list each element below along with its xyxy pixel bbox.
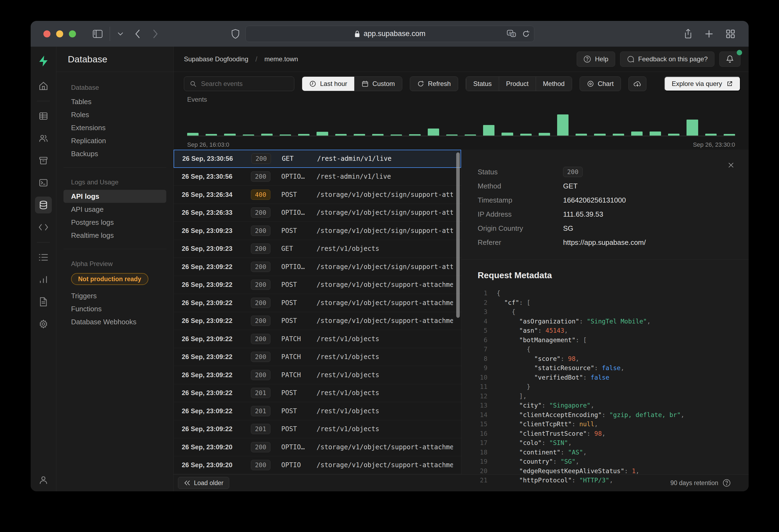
chart-bar[interactable] — [280, 134, 291, 136]
chart-bar[interactable] — [428, 129, 439, 136]
chart-bar[interactable] — [631, 132, 643, 136]
api-icon[interactable] — [35, 219, 52, 236]
sidebar-nav-item[interactable]: Postgres logs — [63, 216, 166, 229]
storage-icon[interactable] — [35, 152, 52, 169]
supabase-logo[interactable] — [35, 53, 52, 69]
chart-bar[interactable] — [557, 115, 568, 136]
chart-bar[interactable] — [576, 134, 587, 136]
auth-icon[interactable] — [35, 130, 52, 147]
refresh-button[interactable]: Refresh — [410, 76, 458, 91]
last-hour-button[interactable]: Last hour — [302, 77, 354, 91]
chart-bar[interactable] — [686, 120, 698, 136]
request-metadata-code[interactable]: 1 { 2 "cf": [ 3 { 4 — [478, 288, 732, 485]
chart-bar[interactable] — [724, 134, 735, 136]
chart-bar[interactable] — [372, 134, 383, 136]
sidebar-nav-item[interactable]: Realtime logs — [63, 229, 166, 242]
back-button[interactable] — [134, 29, 140, 39]
log-row[interactable]: 26 Sep, 23:09:22 200 POST /storage/v1/ob… — [174, 312, 461, 330]
log-row[interactable]: 26 Sep, 23:09:23 200 POST /storage/v1/ob… — [174, 222, 461, 240]
chart-bar[interactable] — [650, 132, 661, 136]
sidebar-nav-item[interactable]: Replication — [63, 134, 166, 147]
log-row[interactable]: 26 Sep, 23:09:22 201 POST /rest/v1/objec… — [174, 384, 461, 402]
logs-icon[interactable] — [35, 249, 52, 266]
log-row[interactable]: 26 Sep, 23:26:34 400 POST /storage/v1/ob… — [174, 186, 461, 204]
sidebar-nav-item[interactable]: API logs — [63, 190, 166, 203]
log-row[interactable]: 26 Sep, 23:09:22 200 PATCH /rest/v1/obje… — [174, 366, 461, 384]
chart-bar[interactable] — [520, 134, 532, 136]
sidebar-toggle-icon[interactable] — [93, 30, 103, 38]
chart-bar[interactable] — [391, 134, 402, 136]
chart-bar[interactable] — [668, 134, 679, 136]
chart-bar[interactable] — [539, 133, 550, 136]
feedback-button[interactable]: Feedback on this page? — [620, 52, 714, 67]
sidebar-nav-item[interactable]: Roles — [63, 108, 166, 121]
log-row[interactable]: 26 Sep, 23:09:22 200 PATCH /rest/v1/obje… — [174, 348, 461, 366]
search-input[interactable] — [201, 80, 289, 87]
url-bar[interactable]: app.supabase.com A文 — [245, 26, 534, 42]
log-row[interactable]: 26 Sep, 23:30:56 200 OPTIO… /rest-admin/… — [174, 168, 461, 186]
breadcrumb-project[interactable]: meme.town — [264, 55, 298, 63]
chart-bar[interactable] — [354, 134, 365, 136]
chart-bar[interactable] — [224, 134, 235, 136]
translate-icon[interactable]: A文 — [507, 30, 516, 38]
new-tab-icon[interactable] — [705, 29, 713, 39]
explore-via-query-button[interactable]: Explore via query — [664, 76, 740, 91]
log-row[interactable]: 26 Sep, 23:09:20 200 OPTIO… /storage/v1/… — [174, 438, 461, 456]
reload-icon[interactable] — [522, 30, 530, 38]
chart-bar[interactable] — [594, 134, 605, 136]
log-row[interactable]: 26 Sep, 23:09:20 200 OPTIO /storage/v1/o… — [174, 456, 461, 474]
log-row[interactable]: 26 Sep, 23:09:22 200 PATCH /rest/v1/obje… — [174, 330, 461, 348]
docs-icon[interactable] — [35, 293, 52, 310]
download-logs-button[interactable] — [628, 76, 646, 91]
sidebar-nav-item[interactable]: Backups — [63, 147, 166, 160]
close-icon[interactable] — [727, 161, 734, 169]
scrollbar-thumb[interactable] — [456, 152, 460, 318]
zoom-window-button[interactable] — [69, 30, 76, 38]
help-button[interactable]: Help — [577, 52, 615, 67]
log-row[interactable]: 26 Sep, 23:09:22 201 POST /rest/v1/objec… — [174, 402, 461, 420]
chart-bar[interactable] — [243, 134, 254, 136]
chart-bar[interactable] — [298, 134, 309, 136]
forward-button[interactable] — [153, 29, 159, 39]
chart-bar[interactable] — [316, 132, 328, 136]
chart-bar[interactable] — [465, 134, 476, 136]
custom-range-button[interactable]: Custom — [354, 77, 402, 91]
chart-bar[interactable] — [705, 134, 717, 136]
share-icon[interactable] — [684, 29, 692, 39]
log-row[interactable]: 26 Sep, 23:09:22 201 POST /rest/v1/objec… — [174, 420, 461, 439]
privacy-shield-icon[interactable] — [231, 29, 240, 39]
filter-button[interactable]: Status — [466, 77, 499, 91]
sidebar-nav-item[interactable]: Database Webhooks — [63, 315, 166, 328]
breadcrumb-org[interactable]: Supabase Dogfooding — [184, 55, 248, 63]
reports-icon[interactable] — [35, 271, 52, 288]
table-editor-icon[interactable] — [35, 108, 52, 125]
sidebar-nav-item[interactable]: Extensions — [63, 121, 166, 134]
close-window-button[interactable] — [43, 30, 51, 38]
log-row[interactable]: 26 Sep, 23:09:22 200 POST /storage/v1/ob… — [174, 276, 461, 294]
load-older-button[interactable]: Load older — [178, 477, 229, 489]
chart-bar[interactable] — [613, 134, 624, 136]
chart-bar[interactable] — [409, 134, 420, 136]
log-row[interactable]: 26 Sep, 23:26:33 200 OPTIO… /storage/v1/… — [174, 204, 461, 222]
filter-button[interactable]: Product — [499, 77, 536, 91]
chart-bar[interactable] — [446, 134, 458, 136]
chart-bar[interactable] — [501, 133, 513, 136]
filter-button[interactable]: Method — [536, 77, 572, 91]
sidebar-nav-item[interactable]: Functions — [63, 302, 166, 315]
notifications-button[interactable] — [719, 52, 740, 67]
log-row[interactable]: 26 Sep, 23:09:22 200 OPTIO… /storage/v1/… — [174, 258, 461, 276]
sidebar-nav-item[interactable]: API usage — [63, 203, 166, 216]
log-row[interactable]: 26 Sep, 23:09:22 200 POST /storage/v1/ob… — [174, 294, 461, 312]
sidebar-nav-item[interactable]: Triggers — [63, 289, 166, 302]
chart-bar[interactable] — [261, 134, 273, 136]
sql-editor-icon[interactable] — [35, 174, 52, 191]
search-events-box[interactable] — [184, 76, 294, 91]
chart-bar[interactable] — [335, 134, 347, 136]
chart-bar[interactable] — [205, 134, 217, 136]
log-row[interactable]: 26 Sep, 23:09:23 200 GET /rest/v1/object… — [174, 240, 461, 258]
log-row[interactable]: 26 Sep, 23:30:56 200 GET /rest-admin/v1/… — [174, 150, 461, 168]
settings-icon[interactable] — [35, 316, 52, 332]
minimize-window-button[interactable] — [56, 30, 63, 38]
database-icon[interactable] — [35, 197, 52, 213]
tab-overview-icon[interactable] — [726, 29, 735, 39]
